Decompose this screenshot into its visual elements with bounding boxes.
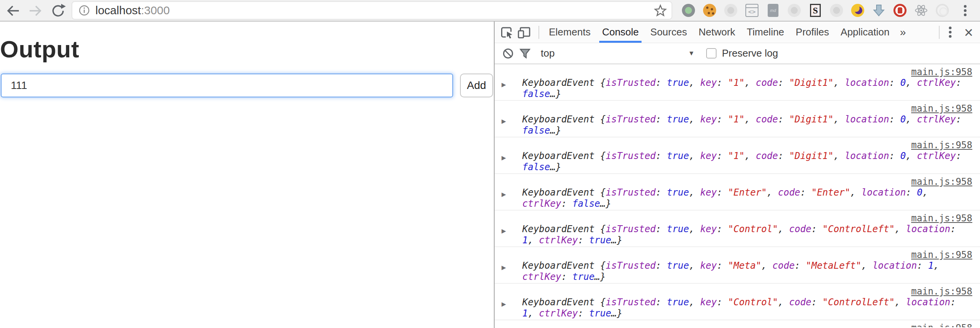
log-message: KeyboardEvent {isTrusted: true, key: "Co… (522, 224, 972, 246)
execution-context-label: top (541, 47, 555, 59)
extension-save-down-arrow-icon[interactable] (872, 4, 885, 17)
console-log-entry: main.js:958▶KeyboardEvent {isTrusted: tr… (495, 284, 980, 320)
source-link[interactable]: main.js:958 (511, 213, 972, 224)
browser-menu-icon[interactable] (964, 5, 967, 17)
devtools-close-icon[interactable]: × (961, 25, 976, 40)
source-link[interactable]: main.js:958 (511, 286, 972, 297)
page-info-icon[interactable] (78, 5, 90, 16)
expand-triangle-icon[interactable]: ▶ (502, 264, 506, 271)
expand-triangle-icon[interactable]: ▶ (502, 118, 506, 125)
log-message: KeyboardEvent {isTrusted: true, key: "1"… (522, 151, 972, 173)
devtools-panel: ElementsConsoleSourcesNetworkTimelinePro… (494, 22, 980, 328)
extension-faded-dot-icon[interactable] (830, 4, 843, 17)
extension-faded-swirl-icon[interactable] (724, 4, 737, 17)
console-toolbar: top ▼ Preserve log (495, 43, 980, 64)
extension-code-window-icon[interactable]: <> (745, 4, 758, 17)
back-button-icon[interactable] (5, 2, 22, 19)
log-message: KeyboardEvent {isTrusted: true, key: "1"… (522, 77, 972, 100)
source-link[interactable]: main.js:958 (511, 323, 972, 327)
bookmark-star-icon[interactable] (654, 4, 667, 17)
expand-triangle-icon[interactable]: ▶ (502, 228, 506, 234)
source-link[interactable]: main.js:958 (511, 176, 972, 187)
tab-profiles[interactable]: Profiles (790, 22, 835, 43)
source-link[interactable]: main.js:958 (511, 249, 972, 260)
clear-console-icon[interactable] (502, 48, 514, 59)
add-button[interactable]: Add (460, 74, 493, 97)
source-link[interactable]: main.js:958 (511, 103, 972, 114)
extension-faded-dot-icon[interactable] (788, 4, 801, 17)
expand-triangle-icon[interactable]: ▶ (502, 154, 506, 161)
url-text: localhost:3000 (95, 4, 170, 17)
reload-button-icon[interactable] (49, 2, 66, 19)
extension-faded-spiral-icon[interactable] (936, 4, 949, 17)
inspect-element-icon[interactable] (499, 25, 514, 40)
forward-button-icon[interactable] (27, 2, 44, 19)
tab-application[interactable]: Application (835, 22, 895, 43)
expand-triangle-icon[interactable]: ▶ (502, 301, 506, 308)
devtools-tabbar: ElementsConsoleSourcesNetworkTimelinePro… (495, 22, 980, 43)
md-glyph: md (770, 8, 776, 13)
value-input[interactable] (1, 74, 453, 97)
s-glyph: S (813, 5, 818, 16)
extension-stop-hand-icon[interactable] (893, 4, 907, 17)
url-port: :3000 (141, 4, 170, 17)
extension-cookie-icon[interactable] (703, 4, 716, 17)
tab-network[interactable]: Network (693, 22, 741, 43)
toolbar-separator (538, 26, 539, 39)
tab-timeline[interactable]: Timeline (741, 22, 790, 43)
log-message: KeyboardEvent {isTrusted: true, key: "Me… (522, 260, 972, 283)
more-tabs-button[interactable]: » (895, 22, 911, 43)
preserve-log-checkbox[interactable] (706, 48, 717, 59)
code-glyph: <> (746, 8, 758, 15)
console-log-entry: main.js:958▶KeyboardEvent {isTrusted: tr… (495, 101, 980, 137)
expand-triangle-icon[interactable]: ▶ (502, 81, 506, 88)
source-link[interactable]: main.js:958 (511, 140, 972, 151)
extensions-row: <> md S (682, 4, 949, 17)
log-message: KeyboardEvent {isTrusted: true, key: "En… (522, 187, 972, 209)
toolbar-separator (939, 26, 940, 39)
log-message: KeyboardEvent {isTrusted: true, key: "Co… (522, 297, 972, 319)
execution-context-select[interactable]: top ▼ (541, 47, 695, 59)
console-log-entry: main.js:958▶KeyboardEvent {isTrusted: tr… (495, 64, 980, 101)
extension-green-dot-icon[interactable] (682, 4, 695, 17)
console-log-entry: main.js:958 (495, 320, 980, 327)
log-message: KeyboardEvent {isTrusted: true, key: "1"… (522, 114, 972, 136)
url-host: localhost (95, 4, 141, 17)
extension-stylish-s-icon[interactable]: S (810, 4, 821, 17)
chevron-down-icon: ▼ (688, 50, 695, 57)
tab-sources[interactable]: Sources (645, 22, 693, 43)
console-log-entry: main.js:958▶KeyboardEvent {isTrusted: tr… (495, 247, 980, 284)
extension-night-mode-moon-icon[interactable] (851, 4, 864, 17)
page-title: Output (0, 35, 494, 63)
console-entries: main.js:958▶KeyboardEvent {isTrusted: tr… (495, 64, 980, 327)
tab-elements[interactable]: Elements (543, 22, 596, 43)
console-log-entry: main.js:958▶KeyboardEvent {isTrusted: tr… (495, 174, 980, 211)
devtools-menu-icon[interactable] (949, 25, 952, 39)
browser-toolbar: localhost:3000 <> md S (0, 0, 980, 22)
filter-icon[interactable] (519, 48, 531, 59)
extension-react-devtools-icon[interactable] (915, 4, 928, 17)
add-row: Add (1, 74, 494, 97)
devtools-tabs: ElementsConsoleSourcesNetworkTimelinePro… (543, 22, 910, 43)
devtools-tabbar-right: × (935, 25, 976, 40)
url-bar[interactable]: localhost:3000 (72, 1, 672, 20)
expand-triangle-icon[interactable]: ▶ (502, 191, 506, 198)
preserve-log-label: Preserve log (722, 47, 778, 59)
console-log-entry: main.js:958▶KeyboardEvent {isTrusted: tr… (495, 211, 980, 247)
tab-console[interactable]: Console (596, 22, 644, 43)
console-log-entry: main.js:958▶KeyboardEvent {isTrusted: tr… (495, 137, 980, 174)
source-link[interactable]: main.js:958 (511, 67, 972, 77)
extension-markdown-doc-icon[interactable]: md (768, 4, 778, 17)
page-content: Output Add (0, 22, 494, 328)
device-toolbar-icon[interactable] (517, 25, 532, 40)
